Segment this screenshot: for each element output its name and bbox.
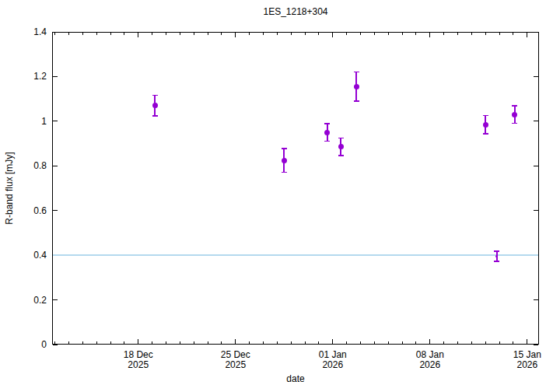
x-tick-line2: 2026 [403, 360, 457, 370]
axis-tick [332, 33, 333, 37]
axis-tick [402, 341, 403, 344]
axis-tick [360, 341, 361, 344]
x-tick-line2: 2025 [208, 360, 263, 370]
axis-tick [249, 33, 250, 35]
axis-tick [53, 121, 58, 121]
error-bar-cap-bottom [512, 123, 517, 124]
plot-area [52, 32, 539, 345]
axis-tick [208, 341, 208, 344]
axis-tick [249, 341, 250, 344]
axis-tick [429, 33, 430, 37]
x-tick-line2: 2026 [306, 360, 360, 370]
x-tick-label: 25 Dec2025 [208, 350, 263, 370]
data-point [483, 122, 488, 128]
axis-tick [305, 33, 306, 35]
error-bar-cap-top [483, 115, 488, 117]
x-axis-label: date [52, 373, 539, 384]
axis-tick [194, 341, 194, 344]
axis-tick [443, 33, 444, 35]
axis-tick [96, 341, 97, 344]
axis-tick [291, 33, 292, 35]
y-tick-label: 0.6 [6, 205, 47, 216]
axis-tick [54, 341, 55, 344]
chart-figure: 1ES_1218+304 R-band flux [mJy] date 00.2… [0, 0, 560, 392]
axis-tick [53, 210, 58, 211]
axis-tick [415, 33, 416, 35]
axis-tick [180, 341, 180, 344]
x-tick-line2: 2026 [500, 360, 555, 370]
axis-tick [110, 33, 111, 35]
axis-tick [221, 33, 222, 35]
axis-tick [138, 339, 138, 344]
axis-tick [124, 33, 124, 35]
axis-tick [124, 341, 124, 344]
axis-tick [166, 33, 166, 35]
axis-tick [374, 33, 375, 35]
axis-tick [513, 33, 513, 35]
axis-tick [471, 33, 472, 35]
axis-tick [110, 341, 111, 344]
axis-tick [443, 341, 444, 344]
axis-tick [263, 341, 264, 344]
x-tick-label: 01 Jan2026 [306, 350, 360, 370]
axis-tick [54, 33, 55, 35]
axis-tick [235, 339, 236, 344]
axis-tick [194, 33, 194, 35]
axis-tick [402, 33, 403, 35]
axis-tick [534, 32, 538, 33]
data-point [354, 84, 359, 89]
axis-tick [534, 76, 538, 77]
axis-tick [53, 76, 58, 77]
axis-tick [534, 210, 538, 211]
error-bar-cap-top [152, 95, 158, 96]
axis-tick [152, 33, 152, 35]
chart-title: 1ES_1218+304 [52, 6, 539, 17]
error-bar-cap-top [494, 250, 499, 252]
axis-tick [527, 339, 527, 344]
axis-tick [534, 345, 538, 345]
x-tick-line2: 2025 [111, 360, 166, 370]
axis-tick [499, 341, 500, 344]
axis-tick [485, 341, 486, 344]
axis-tick [221, 341, 222, 344]
axis-tick [305, 341, 306, 344]
axis-tick [53, 345, 58, 345]
x-tick-label: 18 Dec2025 [111, 350, 166, 370]
axis-tick [82, 33, 83, 35]
error-bar-cap-bottom [324, 141, 330, 142]
axis-tick [235, 33, 236, 37]
error-bar-cap-top [338, 138, 344, 139]
error-bar-cap-bottom [338, 155, 344, 156]
axis-tick [53, 299, 58, 300]
y-tick-label: 0 [6, 339, 47, 350]
axis-tick [457, 33, 458, 35]
axis-tick [152, 341, 152, 344]
axis-tick [291, 341, 292, 344]
axis-tick [485, 33, 486, 35]
error-bar-cap-bottom [282, 172, 287, 173]
axis-tick [346, 33, 347, 35]
y-tick-label: 1 [6, 116, 47, 127]
data-point [324, 130, 330, 135]
error-bar-cap-top [512, 105, 517, 107]
error-bar-cap-bottom [354, 100, 359, 102]
error-bar-cap-top [282, 148, 287, 149]
axis-tick [318, 33, 319, 35]
axis-tick [388, 341, 389, 344]
axis-tick [499, 33, 500, 35]
axis-tick [374, 341, 375, 344]
data-point [512, 112, 517, 117]
axis-tick [415, 341, 416, 344]
axis-tick [68, 341, 69, 344]
axis-tick [318, 341, 319, 344]
error-bar-cap-bottom [494, 261, 499, 262]
axis-tick [534, 299, 538, 300]
axis-tick [208, 33, 208, 35]
axis-tick [527, 33, 527, 37]
axis-tick [513, 341, 513, 344]
axis-tick [457, 341, 458, 344]
axis-tick [360, 33, 361, 35]
axis-tick [332, 339, 333, 344]
error-bar-cap-bottom [483, 133, 488, 135]
axis-tick [534, 121, 538, 121]
